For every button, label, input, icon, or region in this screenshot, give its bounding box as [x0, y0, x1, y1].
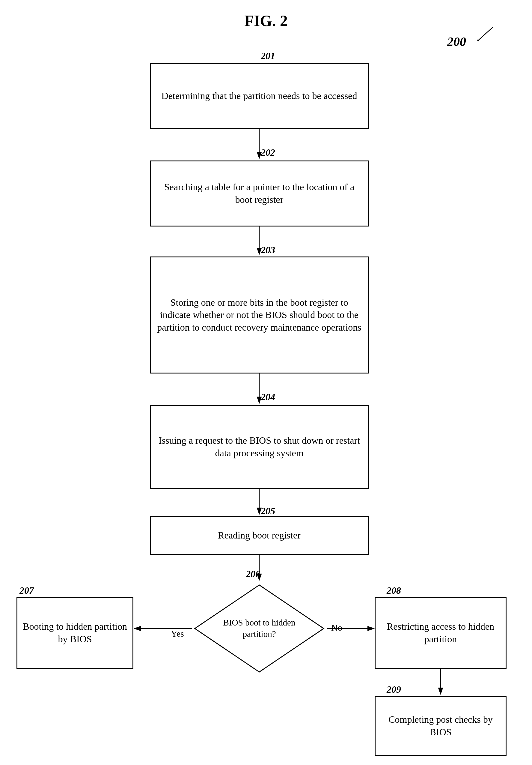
- figure-title: FIG. 2: [0, 12, 532, 30]
- step-label-201: 201: [261, 50, 275, 62]
- fig-number-arrow: [454, 24, 502, 48]
- box-208: Restricting access to hidden partition: [375, 597, 506, 669]
- box-209: Completing post checks by BIOS: [375, 696, 506, 756]
- box-205: Reading boot register: [150, 516, 369, 555]
- box-202: Searching a table for a pointer to the l…: [150, 161, 369, 227]
- step-label-206: 206: [246, 568, 260, 580]
- box-204: Issuing a request to the BIOS to shut do…: [150, 405, 369, 489]
- step-label-202: 202: [261, 147, 275, 158]
- step-label-209: 209: [387, 684, 401, 695]
- step-label-203: 203: [261, 245, 275, 256]
- svg-line-0: [478, 27, 493, 41]
- step-label-208: 208: [387, 585, 401, 596]
- diamond-206: BIOS boot to hidden partition?: [192, 582, 327, 675]
- step-label-207: 207: [20, 585, 34, 596]
- step-label-205: 205: [261, 505, 275, 516]
- branch-no-label: No: [331, 622, 342, 633]
- branch-yes-label: Yes: [171, 628, 184, 639]
- step-label-204: 204: [261, 391, 275, 402]
- box-201: Determining that the partition needs to …: [150, 63, 369, 129]
- svg-marker-1: [477, 40, 479, 42]
- box-203: Storing one or more bits in the boot reg…: [150, 257, 369, 374]
- box-207: Booting to hidden partition by BIOS: [17, 597, 133, 669]
